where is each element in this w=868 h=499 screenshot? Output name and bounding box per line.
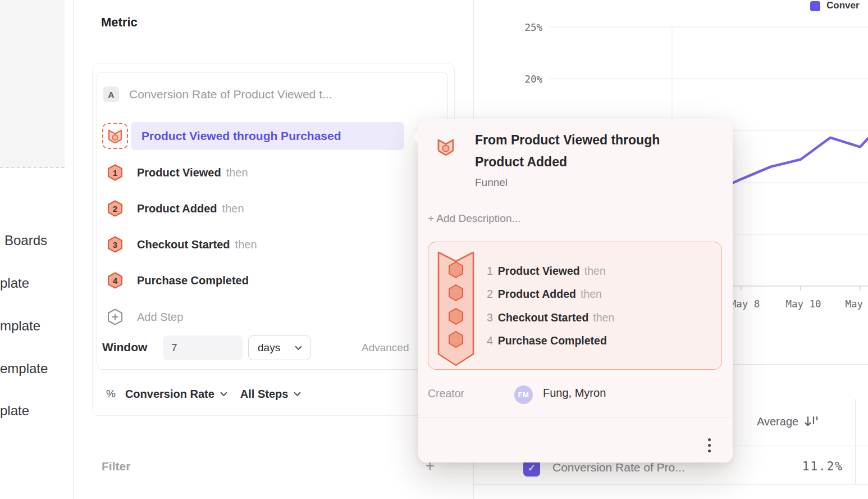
popover-type-label: Funnel [475, 176, 508, 189]
funnel-step-2[interactable]: 2 Product Added then [107, 200, 244, 217]
legend-swatch-icon [810, 1, 820, 11]
funnel-step-1[interactable]: 1 Product Viewed then [107, 164, 248, 181]
kebab-dot [708, 438, 711, 441]
step-name: Product Viewed [137, 166, 221, 179]
sidebar-dashed-divider [0, 167, 65, 168]
window-unit-select[interactable]: days [248, 335, 310, 360]
x-tick-label: May 10 [785, 298, 821, 310]
step-name: Product Added [137, 202, 217, 215]
table-row-divider [474, 484, 868, 485]
chart-x-ticks [741, 286, 860, 291]
funnel-shield-icon [106, 127, 124, 145]
creator-name: Fung, Myron [543, 387, 606, 400]
creator-label: Creator [428, 387, 464, 400]
steps-scope-dropdown[interactable]: All Steps [240, 388, 301, 401]
add-step-button[interactable]: Add Step [107, 309, 183, 325]
filter-section-title: Filter [102, 460, 130, 473]
popover-step-3: 3 Checkout Started then [487, 310, 614, 325]
sidebar-item-template-1[interactable]: plate [0, 275, 29, 292]
overflow-menu-button[interactable] [698, 434, 720, 456]
popover-funnel-steps-card: 1 Product Viewed then 2 Product Added th… [428, 242, 722, 370]
funnel-shield-icon [435, 136, 456, 160]
series-a-badge: A [103, 87, 119, 102]
x-tick-label: May 8 [730, 298, 760, 310]
sidebar-item-template-2[interactable]: mplate [0, 317, 40, 334]
sidebar-item-template-3[interactable]: emplate [0, 360, 48, 377]
chevron-down-icon [220, 392, 227, 396]
add-step-label: Add Step [137, 311, 183, 324]
step-connector: then [222, 202, 244, 215]
sidebar-collapsed-block [0, 0, 65, 167]
popover-title: From Product Viewed through Product Adde… [475, 129, 700, 173]
step-2-badge-icon: 2 [107, 200, 123, 217]
kebab-dot [708, 450, 711, 452]
add-step-hexagon-plus-icon [107, 309, 123, 325]
sidebar-item-template-4[interactable]: plate [0, 402, 29, 419]
average-header-label: Average [757, 415, 798, 428]
left-sidebar: Boards plate mplate emplate plate [0, 0, 74, 499]
window-label: Window [102, 341, 147, 354]
popover-step-4: 4 Purchase Completed [487, 333, 611, 348]
window-unit-value: days [258, 342, 280, 354]
y-tick-label: 25% [524, 22, 542, 33]
advanced-button[interactable]: Advanced [362, 342, 409, 354]
x-tick-label: May 12 [845, 298, 868, 310]
measured-as-row: % Conversion Rate All Steps [106, 387, 314, 401]
percent-icon: % [106, 388, 116, 400]
conversion-rate-line [711, 115, 868, 193]
measure-type-dropdown[interactable]: Conversion Rate [125, 388, 227, 401]
popover-step-2: 2 Product Added then [487, 287, 602, 301]
metric-section-title: Metric [101, 15, 138, 30]
average-column-header[interactable]: Average [757, 415, 819, 428]
popover-step-1: 1 Product Viewed then [487, 264, 606, 278]
chevron-down-icon [294, 392, 301, 396]
funnel-step-3[interactable]: 3 Checkout Started then [107, 236, 257, 253]
step-3-badge-icon: 3 [107, 236, 123, 253]
popover-divider [418, 418, 733, 418]
funnel-step-4[interactable]: 4 Purchase Completed [107, 272, 254, 289]
step-1-badge-icon: 1 [107, 164, 123, 181]
step-connector: then [235, 238, 257, 251]
chevron-down-icon [295, 346, 302, 350]
kebab-dot [708, 444, 711, 447]
table-column-separator [855, 399, 856, 484]
add-description-button[interactable]: + Add Description... [428, 212, 520, 225]
sort-descending-icon [805, 415, 819, 428]
legend-item[interactable]: Conver [810, 0, 860, 11]
step-connector: then [226, 166, 248, 179]
table-row-series-label: Conversion Rate of Pro... [552, 461, 685, 474]
sidebar-item-boards[interactable]: Boards [4, 232, 47, 249]
y-tick-label: 20% [524, 74, 542, 85]
series-name: Conversion Rate of Product Viewed t... [129, 88, 332, 101]
creator-avatar: FM [514, 385, 533, 404]
window-value-input[interactable] [163, 335, 243, 360]
funnel-event-icon[interactable] [102, 123, 128, 149]
legend-label: Conver [826, 0, 860, 11]
table-row-average-value: 11.2% [775, 460, 843, 473]
step-name: Purchase Completed [137, 274, 249, 287]
step-name: Checkout Started [137, 238, 230, 251]
funnel-banner-icon [437, 251, 474, 368]
funnel-details-popover: From Product Viewed through Product Adde… [418, 119, 733, 462]
selected-event-pill[interactable]: Product Viewed through Purchased [131, 122, 404, 150]
step-4-badge-icon: 4 [107, 272, 123, 289]
